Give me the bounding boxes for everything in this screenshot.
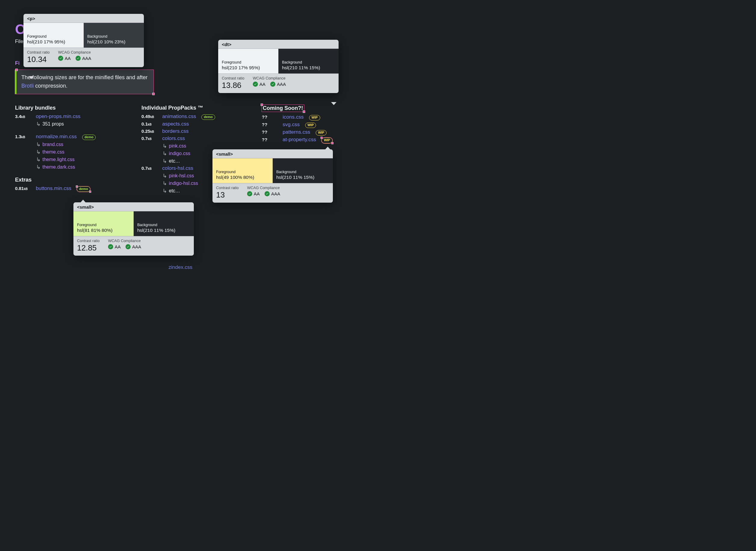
file-link[interactable]: icons.css (283, 114, 304, 120)
swatch-label: Foreground (222, 60, 275, 64)
foreground-swatch: Foreground hsl(210 17% 95%) (218, 49, 278, 73)
file-link[interactable]: colors-hsl.css (162, 165, 193, 171)
ratio-value: 10.34 (27, 55, 50, 64)
file-row: 0.25kB borders.css (141, 128, 250, 134)
contrast-panel-small-yellow[interactable]: <small> Foreground hsl(49 100% 80%) Back… (212, 149, 333, 203)
extras-heading: Extras (15, 177, 129, 183)
swatch-label: Background (137, 223, 190, 227)
sub-arrow-icon: ↳ (163, 180, 167, 187)
wcag-aa-check: AA (253, 82, 265, 87)
sub-item[interactable]: ↳brand.css (36, 141, 129, 148)
contrast-panel-dt[interactable]: <dt> Foreground hsl(210 17% 95%) Backgro… (218, 40, 339, 93)
file-row: 1.3kB normalize.min.css demo (15, 134, 129, 140)
panel-tag: <p> (23, 14, 144, 23)
panel-pointer-icon (29, 76, 34, 79)
file-size: 0.7kB (141, 136, 158, 141)
demo-badge[interactable]: demo (77, 186, 90, 192)
file-size: ?? (262, 137, 278, 142)
contrast-panel-p[interactable]: <p> Foreground hsl(210 17% 95%) Backgrou… (23, 14, 144, 67)
ratio-label: Contrast ratio (216, 186, 239, 190)
ratio-value: 13.86 (222, 81, 244, 90)
quote-text-before: The following sizes are for the minified… (21, 74, 147, 80)
wcag-aaa-check: AAA (125, 244, 141, 249)
file-link[interactable]: borders.css (162, 128, 189, 134)
sub-item[interactable]: ↳theme.dark.css (36, 164, 129, 170)
wcag-aa-check: AA (58, 56, 71, 61)
file-size: 0.25kB (141, 128, 158, 134)
check-icon (247, 191, 252, 196)
column-heading: Coming Soon?! (262, 105, 304, 112)
column-heading: Library bundles (15, 105, 129, 111)
file-row: 0.81kB buttons.min.css demo (15, 185, 129, 192)
sub-arrow-icon: ↳ (36, 141, 41, 148)
sub-arrow-icon: ↳ (163, 172, 167, 179)
ratio-label: Contrast ratio (222, 76, 244, 80)
swatch-label: Foreground (27, 34, 80, 39)
wcag-label: WCAG Compliance (108, 239, 141, 243)
sub-arrow-icon: ↳ (36, 164, 41, 170)
wip-badge: WIP (305, 122, 316, 128)
quote-block: The following sizes are for the minified… (15, 70, 153, 94)
demo-badge[interactable]: demo (82, 135, 96, 140)
check-icon (125, 244, 131, 249)
column-library-bundles: Library bundles 3.4kB open-props.min.css… (15, 105, 129, 195)
file-size: 0.7kB (141, 166, 158, 171)
sub-arrow-icon: ↳ (36, 121, 41, 127)
file-link[interactable]: at-property.css (283, 137, 316, 142)
wip-badge: WIP (316, 130, 327, 135)
sub-item[interactable]: ↳theme.light.css (36, 156, 129, 163)
swatch-label: Foreground (216, 170, 269, 174)
panel-pointer-icon (331, 102, 336, 105)
wcag-aaa-check: AAA (270, 82, 286, 87)
sub-item[interactable]: ↳pink.css (163, 143, 250, 149)
file-row: 0.1kB aspects.css (141, 121, 250, 127)
file-link[interactable]: buttons.min.css (36, 185, 71, 191)
file-link[interactable]: patterns.css (283, 129, 310, 135)
swatch-value: hsl(81 81% 80%) (77, 227, 130, 233)
swatch-value: hsl(210 11% 15%) (137, 227, 190, 233)
swatch-value: hsl(49 100% 80%) (216, 175, 269, 180)
wcag-label: WCAG Compliance (58, 50, 91, 54)
demo-badge[interactable]: demo (201, 114, 215, 120)
check-icon (270, 82, 275, 87)
file-row: 0.49kB animations.css demo (141, 113, 250, 120)
file-row: 0.7kB colors.css (141, 135, 250, 141)
file-row: ?? svg.css WIP (262, 122, 358, 128)
check-icon (76, 56, 81, 61)
quote-link-brotli[interactable]: Brotli (21, 83, 34, 89)
file-link[interactable]: colors.css (162, 135, 185, 141)
file-size: ?? (262, 114, 278, 119)
sub-item[interactable]: ↳theme.css (36, 149, 129, 155)
obscured-file-link[interactable]: zindex.css (169, 264, 192, 270)
sub-arrow-icon: ↳ (163, 158, 167, 164)
swatch-label: Background (87, 34, 140, 39)
wcag-label: WCAG Compliance (253, 76, 286, 80)
file-link[interactable]: aspects.css (162, 121, 189, 127)
contrast-panel-small-green[interactable]: <small> Foreground hsl(81 81% 80%) Backg… (73, 202, 194, 255)
check-icon (58, 56, 63, 61)
file-link[interactable]: open-props.min.css (36, 113, 80, 119)
sub-arrow-icon: ↳ (163, 150, 167, 157)
file-row: ?? icons.css WIP (262, 114, 358, 120)
file-link[interactable]: animations.css (162, 113, 196, 119)
check-icon (253, 82, 258, 87)
swatch-value: hsl(210 10% 23%) (87, 39, 140, 45)
foreground-swatch: Foreground hsl(210 17% 95%) (23, 23, 84, 48)
sub-arrow-icon: ↳ (36, 149, 41, 155)
swatch-value: hsl(210 17% 95%) (222, 65, 275, 70)
ratio-value: 12.85 (77, 243, 100, 252)
background-swatch: Background hsl(210 11% 15%) (273, 158, 333, 183)
foreground-swatch: Foreground hsl(49 100% 80%) (212, 158, 273, 183)
panel-tag: <dt> (218, 40, 339, 49)
panel-tag: <small> (212, 149, 333, 158)
file-link[interactable]: normalize.min.css (36, 134, 77, 139)
file-size: 1.3kB (15, 134, 32, 139)
check-icon (108, 244, 113, 249)
file-link[interactable]: svg.css (283, 122, 300, 127)
panel-pointer-icon (80, 200, 86, 203)
sub-arrow-icon: ↳ (36, 156, 41, 163)
file-size: 3.4kB (15, 114, 32, 119)
swatch-label: Background (282, 60, 335, 64)
background-swatch: Background hsl(210 11% 15%) (278, 49, 339, 73)
foreground-swatch: Foreground hsl(81 81% 80%) (73, 211, 134, 236)
